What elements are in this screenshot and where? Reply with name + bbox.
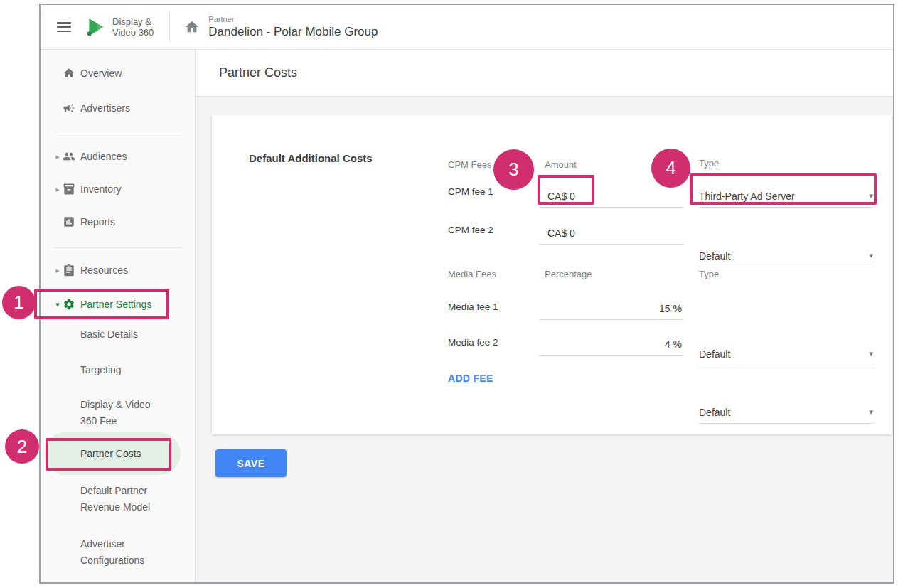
media-fee-1-type-value: Default bbox=[699, 348, 730, 360]
cpm-fee-2-type-value: Default bbox=[699, 250, 730, 262]
media-fee-2-percentage-input[interactable]: 4 % bbox=[539, 333, 683, 356]
sidebar-item-label: Partner Settings bbox=[80, 299, 151, 310]
sidebar-item-label: Resources bbox=[80, 264, 128, 276]
sidebar-item-label: Configurations bbox=[80, 555, 144, 566]
chevron-right-icon[interactable]: ▸ bbox=[53, 152, 62, 161]
sidebar-item-label: Reports bbox=[80, 216, 115, 228]
dv360-logo: Display & Video 360 bbox=[84, 16, 154, 38]
callout-badge-1: 1 bbox=[2, 286, 36, 319]
amount-column-header: Amount bbox=[545, 159, 689, 170]
dropdown-caret-icon: ▾ bbox=[869, 251, 873, 260]
app-window: Display & Video 360 Partner Dandelion - … bbox=[39, 4, 894, 584]
cpm-fee-1-amount-input[interactable]: CA$ 0 bbox=[539, 185, 683, 208]
sidebar-item-basic-details[interactable]: Basic Details bbox=[41, 324, 195, 344]
dropdown-caret-icon: ▾ bbox=[869, 407, 873, 417]
media-fee-2-type-value: Default bbox=[699, 407, 730, 418]
cpm-fees-group-label: CPM Fees bbox=[448, 159, 491, 170]
sidebar-item-inventory[interactable]: ▸ Inventory bbox=[41, 179, 195, 199]
content-area: Partner Costs Default Additional Costs C… bbox=[196, 50, 893, 582]
media-fee-1-percentage-input[interactable]: 15 % bbox=[539, 297, 683, 320]
sidebar-item-resources[interactable]: ▸ Resources bbox=[41, 260, 195, 280]
sidebar-item-advertisers[interactable]: Advertisers bbox=[41, 98, 195, 118]
sidebar-item-reports[interactable]: Reports bbox=[41, 212, 195, 232]
cpm-fee-2-type-select[interactable]: Default ▾ bbox=[699, 245, 875, 267]
chevron-right-icon[interactable]: ▸ bbox=[53, 266, 62, 275]
breadcrumb-label: Partner bbox=[208, 15, 378, 24]
sidebar-item-label: 360 Fee bbox=[80, 415, 117, 427]
cpm-fee-2-label: CPM fee 2 bbox=[448, 225, 493, 235]
breadcrumb[interactable]: Partner Dandelion - Polar Mobile Group bbox=[184, 15, 378, 40]
bar-chart-icon bbox=[63, 215, 75, 228]
media-fee-2-percentage-value: 4 % bbox=[665, 338, 682, 350]
percentage-column-header: Percentage bbox=[545, 269, 689, 279]
sidebar-divider bbox=[53, 247, 182, 248]
media-fee-1-percentage-value: 15 % bbox=[659, 303, 682, 314]
sidebar-divider bbox=[53, 132, 182, 132]
sidebar-item-label: Partner Costs bbox=[80, 448, 141, 459]
sidebar-item-label: Audiences bbox=[80, 151, 127, 162]
sidebar-item-label: Default Partner bbox=[80, 485, 147, 496]
type-column-header: Type bbox=[699, 158, 875, 169]
cpm-fee-1-type-value: Third-Party Ad Server bbox=[699, 191, 795, 202]
megaphone-icon bbox=[63, 102, 75, 114]
top-app-bar: Display & Video 360 Partner Dandelion - … bbox=[41, 5, 893, 50]
sidebar-item-default-partner-revenue-model[interactable]: Default Partner Revenue Model bbox=[41, 483, 195, 518]
clipboard-icon bbox=[63, 264, 75, 277]
dropdown-caret-icon: ▾ bbox=[869, 191, 873, 201]
sidebar-item-label: Basic Details bbox=[80, 328, 138, 340]
media-fee-2-type-select[interactable]: Default ▾ bbox=[699, 401, 875, 424]
product-name: Display & Video 360 bbox=[112, 16, 154, 38]
media-fee-1-label: Media fee 1 bbox=[448, 301, 498, 312]
home-icon bbox=[63, 67, 75, 80]
sidebar-item-label: Targeting bbox=[80, 364, 122, 375]
cpm-fee-2-amount-input[interactable]: CA$ 0 bbox=[539, 222, 683, 245]
play-logo-icon bbox=[84, 16, 105, 38]
sidebar-item-dv360-fee[interactable]: Display & Video 360 Fee bbox=[41, 397, 195, 432]
media-fee-1-type-select[interactable]: Default ▾ bbox=[699, 343, 875, 365]
sidebar-item-targeting[interactable]: Targeting bbox=[41, 360, 195, 380]
sidebar: Overview Advertisers ▸ Audiences ▸ Inven… bbox=[41, 50, 196, 582]
sidebar-item-partner-settings[interactable]: ▾ Partner Settings bbox=[41, 294, 195, 314]
sidebar-item-label: Inventory bbox=[80, 183, 122, 195]
people-icon bbox=[63, 150, 75, 163]
menu-icon[interactable] bbox=[57, 22, 71, 32]
sidebar-item-audiences[interactable]: ▸ Audiences bbox=[41, 146, 195, 166]
page-title-bar: Partner Costs bbox=[196, 50, 893, 97]
page-title: Partner Costs bbox=[219, 65, 297, 80]
sidebar-item-label: Advertisers bbox=[80, 102, 130, 114]
media-fees-group-label: Media Fees bbox=[448, 269, 496, 279]
type-column-header: Type bbox=[699, 269, 875, 279]
sidebar-item-partner-costs[interactable]: Partner Costs bbox=[41, 444, 195, 464]
callout-badge-2: 2 bbox=[5, 429, 39, 464]
sidebar-item-label: Advertiser bbox=[80, 538, 125, 550]
sidebar-item-label: Overview bbox=[80, 68, 122, 79]
cpm-fee-1-label: CPM fee 1 bbox=[448, 186, 493, 197]
home-icon[interactable] bbox=[184, 19, 200, 35]
chevron-right-icon[interactable]: ▸ bbox=[53, 185, 62, 194]
cpm-fee-1-amount-value: CA$ 0 bbox=[547, 191, 575, 202]
sidebar-item-overview[interactable]: Overview bbox=[41, 63, 195, 83]
section-label: Default Additional Costs bbox=[249, 152, 373, 164]
cpm-fee-1-type-select[interactable]: Third-Party Ad Server ▾ bbox=[699, 185, 875, 208]
chevron-down-icon[interactable]: ▾ bbox=[53, 300, 62, 309]
media-fee-2-label: Media fee 2 bbox=[448, 337, 498, 348]
topbar-divider bbox=[169, 12, 170, 42]
sidebar-item-label: Revenue Model bbox=[80, 501, 150, 513]
content-body: Default Additional Costs CPM Fees Amount… bbox=[196, 97, 893, 582]
sidebar-item-advertiser-configurations[interactable]: Advertiser Configurations bbox=[41, 536, 195, 572]
save-button[interactable]: SAVE bbox=[215, 449, 287, 477]
partner-name: Dandelion - Polar Mobile Group bbox=[208, 24, 378, 40]
add-fee-button[interactable]: ADD FEE bbox=[448, 373, 493, 384]
inventory-box-icon bbox=[63, 183, 75, 196]
cpm-fee-2-amount-value: CA$ 0 bbox=[547, 228, 575, 239]
gear-icon bbox=[63, 298, 75, 311]
sidebar-item-label: Display & Video bbox=[80, 399, 151, 410]
dropdown-caret-icon: ▾ bbox=[869, 349, 873, 358]
partner-costs-card: Default Additional Costs CPM Fees Amount… bbox=[212, 115, 892, 434]
